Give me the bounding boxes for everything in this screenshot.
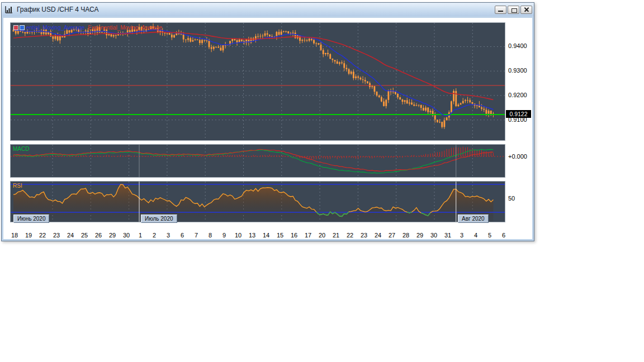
- date-label: 16: [291, 232, 297, 239]
- month-badge[interactable]: Июль 2020: [141, 215, 177, 223]
- date-label: 29: [416, 232, 423, 239]
- date-label: 6: [502, 232, 505, 239]
- date-label: 27: [389, 232, 395, 239]
- price-axis-label: 0.9300: [508, 67, 527, 74]
- date-label: 26: [95, 232, 102, 239]
- date-label: 22: [347, 232, 353, 239]
- date-label: 8: [209, 232, 212, 239]
- date-label: 7: [195, 232, 198, 239]
- date-label: 5: [488, 232, 491, 239]
- date-label: 31: [444, 232, 451, 239]
- date-label: 14: [263, 232, 269, 239]
- macd-panel[interactable]: MACD: [10, 144, 505, 178]
- rsi-mid-label: 50: [508, 195, 515, 202]
- chart-window: График USD /CHF 4 ЧАСА ential_Moving_Ave…: [1, 2, 534, 241]
- date-label: 1: [139, 232, 142, 239]
- date-label: 3: [167, 232, 170, 239]
- ma-slow-label: Exponential_Moving_Average: [88, 25, 162, 31]
- date-label: 20: [319, 232, 325, 239]
- macd-zero-label: +0.000: [508, 153, 527, 160]
- date-label: 9: [222, 232, 226, 239]
- close-button[interactable]: [520, 6, 532, 14]
- date-label: 25: [81, 232, 88, 239]
- date-label: 17: [305, 232, 311, 239]
- date-label: 4: [474, 232, 477, 239]
- date-label: 29: [109, 232, 116, 239]
- date-label: 22: [39, 232, 46, 239]
- titlebar[interactable]: График USD /CHF 4 ЧАСА: [2, 3, 534, 16]
- price-axis-label: 0.9200: [508, 92, 527, 98]
- month-badge[interactable]: Авг 2020: [458, 215, 489, 223]
- date-label: 23: [53, 232, 60, 239]
- date-label: 30: [123, 232, 130, 239]
- price-chart-panel[interactable]: ential_Moving_Average Exponential_Moving…: [10, 22, 505, 141]
- date-label: 19: [25, 232, 32, 239]
- macd-label: MACD: [13, 146, 29, 152]
- ma-legend: ential_Moving_Average Exponential_Moving…: [13, 25, 162, 31]
- chart-client-area: ential_Moving_Average Exponential_Moving…: [3, 18, 532, 239]
- date-label: 24: [67, 232, 74, 239]
- legend-blue-swatch[interactable]: [20, 25, 25, 30]
- date-label: 15: [277, 232, 283, 239]
- macd-canvas[interactable]: [11, 145, 505, 177]
- minimize-button[interactable]: [495, 6, 506, 14]
- window-controls: [494, 6, 532, 14]
- month-badge[interactable]: Июнь 2020: [13, 215, 49, 223]
- date-label: 21: [333, 232, 339, 239]
- rsi-label: RSI: [13, 183, 22, 189]
- date-label: 2: [153, 232, 156, 239]
- date-label: 18: [11, 232, 18, 239]
- date-label: 10: [235, 232, 242, 239]
- ma-fast-label: ential_Moving_Average: [26, 25, 84, 31]
- window-title: График USD /CHF 4 ЧАСА: [17, 6, 494, 13]
- date-label: 23: [361, 232, 367, 239]
- date-label: 6: [181, 232, 184, 239]
- rsi-canvas[interactable]: [11, 182, 505, 222]
- date-label: 24: [375, 232, 381, 239]
- price-axis-label: 0.9400: [508, 42, 527, 49]
- date-label: 13: [249, 232, 255, 239]
- rsi-panel[interactable]: RSI: [10, 181, 505, 222]
- date-label: 28: [402, 232, 409, 239]
- legend-red-swatch[interactable]: [13, 25, 18, 30]
- restore-button[interactable]: [508, 6, 519, 14]
- price-chart-canvas[interactable]: [11, 23, 505, 140]
- current-price-badge: 0.9122: [506, 110, 531, 118]
- date-label: 3: [460, 232, 463, 239]
- window-icon[interactable]: [4, 5, 13, 14]
- date-label: 30: [430, 232, 437, 239]
